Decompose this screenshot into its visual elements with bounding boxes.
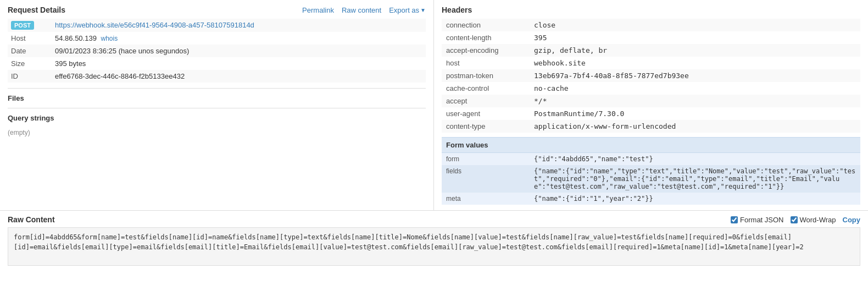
left-column: Request Details Permalink Raw content Ex… <box>0 0 434 210</box>
header-key: host <box>442 57 530 69</box>
chevron-down-icon: ▼ <box>420 7 426 13</box>
method-badge: POST <box>11 21 34 30</box>
header-value: no-cache <box>530 82 860 95</box>
raw-content-controls: Format JSON Word-Wrap Copy <box>731 216 860 224</box>
table-row: Date 09/01/2023 8:36:25 (hace unos segun… <box>8 45 426 57</box>
table-row: content-length395 <box>442 31 860 44</box>
host-value: 54.86.50.139 whois <box>52 32 426 45</box>
header-key: connection <box>442 19 530 31</box>
header-key: user-agent <box>442 107 530 120</box>
id-label: ID <box>8 70 52 83</box>
table-row: POST https://webhook.site/e56c9f41-9564-… <box>8 19 426 32</box>
form-value-key: form <box>442 153 530 165</box>
header-key: cache-control <box>442 82 530 95</box>
word-wrap-checkbox[interactable] <box>791 216 798 223</box>
raw-content-title: Raw Content <box>8 215 55 224</box>
table-row: hostwebhook.site <box>442 57 860 69</box>
export-button[interactable]: Export as ▼ <box>389 6 426 14</box>
header-value: webhook.site <box>530 57 860 69</box>
table-row: Size 395 bytes <box>8 57 426 70</box>
request-details-title: Request Details <box>8 6 65 14</box>
table-row: user-agentPostmanRuntime/7.30.0 <box>442 107 860 120</box>
raw-content-link[interactable]: Raw content <box>342 6 381 14</box>
divider <box>8 88 426 89</box>
form-values-section: Form values form{"id":"4abdd65","name":"… <box>442 137 860 205</box>
headers-table: connectionclosecontent-length395accept-e… <box>442 19 860 133</box>
form-value-value: {"name":{"id":"name","type":"text","titl… <box>530 165 860 193</box>
whois-link[interactable]: whois <box>101 35 118 42</box>
table-row: postman-token13eb697a-7bf4-40a8-8f85-787… <box>442 69 860 82</box>
form-values-header: Form values <box>442 137 860 153</box>
copy-link[interactable]: Copy <box>843 216 861 224</box>
headers-section-header: Headers <box>442 6 860 14</box>
query-strings-title: Query strings <box>8 114 426 122</box>
permalink-link[interactable]: Permalink <box>302 6 334 14</box>
main-container: Request Details Permalink Raw content Ex… <box>0 0 868 270</box>
word-wrap-label[interactable]: Word-Wrap <box>791 216 836 224</box>
header-key: accept <box>442 95 530 107</box>
headers-title: Headers <box>442 6 472 14</box>
table-row: cache-controlno-cache <box>442 82 860 95</box>
table-row: Host 54.86.50.139 whois <box>8 32 426 45</box>
header-value: 395 <box>530 31 860 44</box>
table-row: accept*/* <box>442 95 860 107</box>
header-value: application/x-www-form-urlencoded <box>530 120 860 133</box>
form-value-row: form{"id":"4abdd65","name":"test"} <box>442 153 860 165</box>
header-value: 13eb697a-7bf4-40a8-8f85-7877ed7b93ee <box>530 69 860 82</box>
form-value-value: {"name":{"id":"1","year":"2"}} <box>530 193 860 205</box>
header-value: PostmanRuntime/7.30.0 <box>530 107 860 120</box>
request-details-header: Request Details Permalink Raw content Ex… <box>8 6 426 14</box>
table-row: ID effe6768-3dec-446c-8846-f2b5133ee432 <box>8 70 426 83</box>
form-value-key: meta <box>442 193 530 205</box>
header-key: content-length <box>442 31 530 44</box>
raw-content-header: Raw Content Format JSON Word-Wrap Copy <box>8 215 860 224</box>
top-section: Request Details Permalink Raw content Ex… <box>0 0 868 210</box>
header-value: close <box>530 19 860 31</box>
date-value: 09/01/2023 8:36:25 (hace unos segundos) <box>52 45 426 57</box>
size-label: Size <box>8 57 52 70</box>
header-actions: Permalink Raw content Export as ▼ <box>302 6 426 14</box>
host-label: Host <box>8 32 52 45</box>
raw-content-box: form[id]=4abdd65&form[name]=test&fields[… <box>8 227 860 266</box>
header-key: accept-encoding <box>442 44 530 57</box>
url-link[interactable]: https://webhook.site/e56c9f41-9564-4908-… <box>55 21 254 29</box>
files-title: Files <box>8 94 426 102</box>
details-table: POST https://webhook.site/e56c9f41-9564-… <box>8 19 426 83</box>
method-cell: POST <box>8 19 52 32</box>
format-json-checkbox[interactable] <box>731 216 738 223</box>
header-key: postman-token <box>442 69 530 82</box>
divider <box>8 108 426 108</box>
raw-content-section: Raw Content Format JSON Word-Wrap Copy f… <box>0 210 868 270</box>
header-key: content-type <box>442 120 530 133</box>
url-cell: https://webhook.site/e56c9f41-9564-4908-… <box>52 19 426 32</box>
header-value: */* <box>530 95 860 107</box>
format-json-label[interactable]: Format JSON <box>731 216 783 224</box>
size-value: 395 bytes <box>52 57 426 70</box>
form-value-value: {"id":"4abdd65","name":"test"} <box>530 153 860 165</box>
table-row: connectionclose <box>442 19 860 31</box>
table-row: content-typeapplication/x-www-form-urlen… <box>442 120 860 133</box>
id-value: effe6768-3dec-446c-8846-f2b5133ee432 <box>52 70 426 83</box>
table-row: accept-encodinggzip, deflate, br <box>442 44 860 57</box>
right-column: Headers connectionclosecontent-length395… <box>434 0 868 210</box>
form-value-key: fields <box>442 165 530 193</box>
export-label: Export as <box>389 6 419 14</box>
header-value: gzip, deflate, br <box>530 44 860 57</box>
query-strings-empty: (empty) <box>8 125 426 140</box>
form-value-row: fields{"name":{"id":"name","type":"text"… <box>442 165 860 193</box>
date-label: Date <box>8 45 52 57</box>
form-values-table: form{"id":"4abdd65","name":"test"}fields… <box>442 153 860 205</box>
form-value-row: meta{"name":{"id":"1","year":"2"}} <box>442 193 860 205</box>
